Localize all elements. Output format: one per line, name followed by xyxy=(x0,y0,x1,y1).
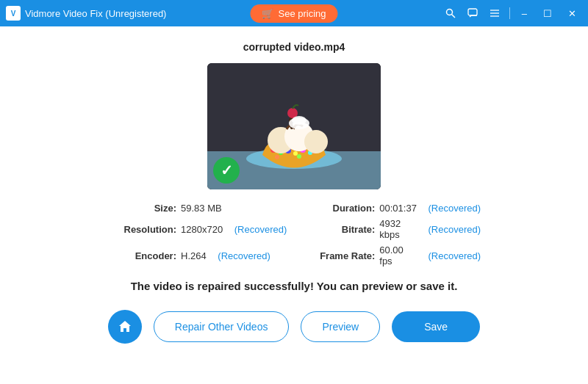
menu-icon xyxy=(490,8,500,18)
video-filename: corrupted video.mp4 xyxy=(243,41,345,53)
cart-icon: 🛒 xyxy=(262,8,273,19)
encoder-info-row: Encoder: H.264 (Recovered) xyxy=(118,244,287,267)
title-bar: V Vidmore Video Fix (Unregistered) 🛒 See… xyxy=(0,0,588,26)
maximize-button[interactable]: ☐ xyxy=(537,7,558,21)
app-title: Vidmore Video Fix (Unregistered) xyxy=(25,8,166,19)
video-thumbnail: ✓ xyxy=(207,63,381,189)
duration-label: Duration: xyxy=(316,203,375,214)
preview-button[interactable]: Preview xyxy=(301,311,380,342)
size-value: 59.83 MB xyxy=(181,203,222,214)
search-icon-button[interactable] xyxy=(442,7,459,20)
success-checkmark: ✓ xyxy=(213,157,240,184)
bitrate-value: 4932 kbps xyxy=(379,218,417,240)
duration-recovered: (Recovered) xyxy=(429,203,481,214)
info-grid: Size: 59.83 MB Duration: 00:01:37 (Recov… xyxy=(118,203,470,267)
home-icon xyxy=(118,319,132,334)
search-icon xyxy=(445,8,456,18)
success-message: The video is repaired successfully! You … xyxy=(131,280,458,292)
close-button[interactable]: ✕ xyxy=(562,7,582,21)
main-content: corrupted video.mp4 xyxy=(0,26,588,384)
save-button[interactable]: Save xyxy=(392,311,480,342)
resolution-info-row: Resolution: 1280x720 (Recovered) xyxy=(118,218,287,240)
title-bar-center: 🛒 See pricing xyxy=(250,4,337,23)
encoder-recovered: (Recovered) xyxy=(218,250,270,261)
size-label: Size: xyxy=(118,203,176,214)
resolution-label: Resolution: xyxy=(118,224,176,235)
framerate-info-row: Frame Rate: 60.00 fps (Recovered) xyxy=(316,244,481,267)
bitrate-label: Bitrate: xyxy=(316,224,375,235)
bitrate-info-row: Bitrate: 4932 kbps (Recovered) xyxy=(316,218,481,240)
framerate-label: Frame Rate: xyxy=(316,250,375,261)
repair-others-button[interactable]: Repair Other Videos xyxy=(154,311,290,342)
framerate-value: 60.00 fps xyxy=(379,244,417,267)
svg-point-0 xyxy=(446,10,452,15)
title-bar-left: V Vidmore Video Fix (Unregistered) xyxy=(6,6,166,21)
encoder-label: Encoder: xyxy=(118,250,176,261)
see-pricing-button[interactable]: 🛒 See pricing xyxy=(250,4,337,23)
duration-value: 00:01:37 xyxy=(379,203,417,214)
chat-icon-button[interactable] xyxy=(464,7,481,20)
framerate-recovered: (Recovered) xyxy=(429,250,481,261)
duration-info-row: Duration: 00:01:37 (Recovered) xyxy=(316,203,481,214)
svg-rect-2 xyxy=(468,9,477,15)
bitrate-recovered: (Recovered) xyxy=(429,224,481,235)
title-divider xyxy=(509,7,510,19)
minimize-button[interactable]: – xyxy=(516,7,533,21)
svg-line-1 xyxy=(451,15,455,18)
chat-icon xyxy=(467,8,478,18)
button-row: Repair Other Videos Preview Save xyxy=(108,310,480,344)
home-button[interactable] xyxy=(108,310,142,344)
resolution-recovered: (Recovered) xyxy=(234,224,287,235)
title-bar-right: – ☐ ✕ xyxy=(442,7,582,21)
size-info-row: Size: 59.83 MB xyxy=(118,203,287,214)
app-logo: V xyxy=(6,6,21,21)
menu-icon-button[interactable] xyxy=(486,7,503,20)
resolution-value: 1280x720 xyxy=(181,224,223,235)
encoder-value: H.264 xyxy=(181,250,207,261)
